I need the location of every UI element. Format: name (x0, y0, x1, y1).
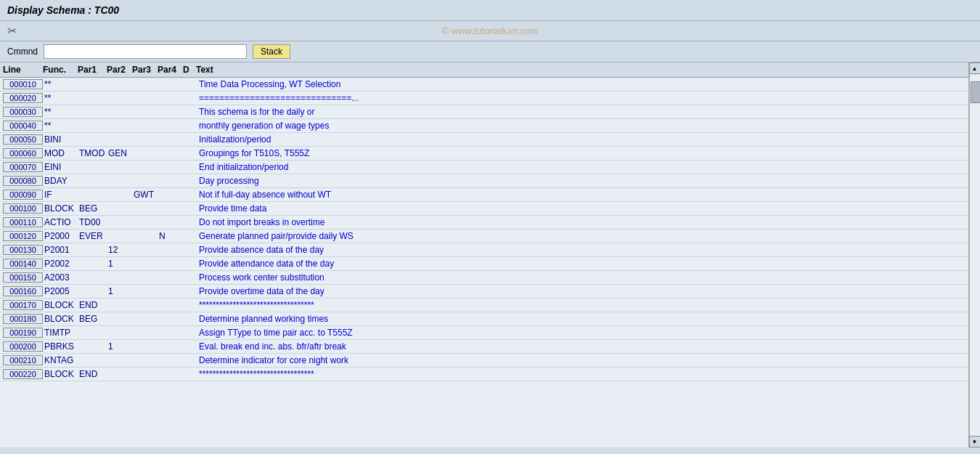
header-line: Line (3, 65, 43, 75)
par1-cell: TD00 (78, 217, 107, 227)
text-cell: Determine planned working times (196, 314, 965, 324)
par1-cell: END (78, 300, 107, 310)
table-row[interactable]: 000220 BLOCK END ***********************… (0, 368, 968, 381)
table-row[interactable]: 000210 KNTAG Determine indicator for cor… (0, 354, 968, 368)
func-cell: P2000 (43, 231, 78, 241)
table-row[interactable]: 000090 IF GWT Not if full-day absence wi… (0, 188, 968, 202)
table-row[interactable]: 000040 ** monthly generation of wage typ… (0, 119, 968, 133)
command-input[interactable] (44, 44, 247, 59)
line-cell[interactable]: 000090 (3, 190, 43, 200)
title-bar: Display Schema : TC00 (0, 0, 980, 21)
table-row[interactable]: 000070 EINI End initialization/period (0, 161, 968, 174)
table-row[interactable]: 000020 ** ==============================… (0, 92, 968, 105)
par1-cell: BEG (78, 203, 107, 214)
text-cell: Do not import breaks in overtime (196, 217, 965, 227)
text-cell: ********************************** (196, 300, 965, 310)
watermark: © www.tutorialkart.com (441, 25, 538, 36)
table-row[interactable]: 000010 ** Time Data Processing, WT Selec… (0, 78, 968, 92)
par2-cell: GEN (107, 148, 132, 158)
line-cell[interactable]: 000140 (3, 259, 43, 269)
par2-cell: 1 (107, 341, 132, 352)
func-cell: BLOCK (43, 203, 78, 214)
func-cell: PBRKS (43, 341, 78, 352)
table-row[interactable]: 000140 P2002 1 Provide attendance data o… (0, 257, 968, 271)
header-par3: Par3 (132, 65, 158, 75)
line-cell[interactable]: 000170 (3, 300, 43, 310)
table-row[interactable]: 000050 BINI Initialization/period (0, 133, 968, 147)
line-cell[interactable]: 000120 (3, 231, 43, 241)
func-cell: BINI (43, 134, 78, 145)
table-row[interactable]: 000030 ** This schema is for the daily o… (0, 105, 968, 119)
line-cell[interactable]: 000060 (3, 148, 43, 158)
text-cell: Process work center substitution (196, 272, 965, 283)
text-cell: This schema is for the daily or (196, 107, 965, 117)
text-cell: Eval. break end inc. abs. bfr/aftr break (196, 341, 965, 352)
main-container: Line Func. Par1 Par2 Par3 Par4 D Text 00… (0, 62, 980, 447)
line-cell[interactable]: 000180 (3, 314, 43, 324)
line-cell[interactable]: 000080 (3, 176, 43, 186)
table-body: 000010 ** Time Data Processing, WT Selec… (0, 78, 968, 381)
line-cell[interactable]: 000030 (3, 107, 43, 117)
table-row[interactable]: 000180 BLOCK BEG Determine planned worki… (0, 312, 968, 326)
line-cell[interactable]: 000220 (3, 369, 43, 379)
text-cell: ==============================... (196, 93, 965, 103)
text-cell: ********************************** (196, 369, 965, 379)
text-cell: Day processing (196, 176, 965, 186)
table-row[interactable]: 000120 P2000 EVER N Generate planned pai… (0, 230, 968, 243)
line-cell[interactable]: 000190 (3, 328, 43, 338)
text-cell: Generate planned pair/provide daily WS (196, 231, 965, 241)
stack-button[interactable]: Stack (253, 44, 290, 59)
table-row[interactable]: 000200 PBRKS 1 Eval. break end inc. abs.… (0, 340, 968, 354)
scroll-track (969, 74, 981, 436)
scissors-icon[interactable]: ✂ (7, 24, 17, 38)
par1-cell: END (78, 369, 107, 379)
line-cell[interactable]: 000070 (3, 162, 43, 172)
line-cell[interactable]: 000210 (3, 355, 43, 365)
line-cell[interactable]: 000010 (3, 79, 43, 89)
table-row[interactable]: 000190 TIMTP Assign TType to time pair a… (0, 326, 968, 340)
line-cell[interactable]: 000040 (3, 121, 43, 131)
table-row[interactable]: 000080 BDAY Day processing (0, 174, 968, 188)
table-row[interactable]: 000100 BLOCK BEG Provide time data (0, 202, 968, 216)
func-cell: ACTIO (43, 217, 78, 227)
func-cell: BLOCK (43, 300, 78, 310)
func-cell: P2001 (43, 245, 78, 255)
text-cell: Determine indicator for core night work (196, 355, 965, 365)
func-cell: ** (43, 107, 78, 117)
scroll-up-arrow[interactable]: ▲ (969, 62, 981, 74)
func-cell: ** (43, 93, 78, 103)
table-row[interactable]: 000160 P2005 1 Provide overtime data of … (0, 285, 968, 299)
text-cell: Groupings for T510S, T555Z (196, 148, 965, 158)
scroll-thumb[interactable] (971, 81, 981, 103)
text-cell: Provide attendance data of the day (196, 259, 965, 269)
line-cell[interactable]: 000200 (3, 341, 43, 352)
scrollbar-right[interactable]: ▲ ▼ (968, 62, 980, 447)
title-text: Display Schema : TC00 (7, 4, 119, 16)
table-row[interactable]: 000170 BLOCK END ***********************… (0, 299, 968, 312)
func-cell: ** (43, 121, 78, 131)
header-par4: Par4 (158, 65, 183, 75)
scroll-down-arrow[interactable]: ▼ (969, 436, 981, 447)
func-cell: A2003 (43, 272, 78, 283)
text-cell: Provide overtime data of the day (196, 286, 965, 296)
line-cell[interactable]: 000130 (3, 245, 43, 255)
par1-cell: TMOD (78, 148, 107, 158)
line-cell[interactable]: 000160 (3, 286, 43, 296)
func-cell: BLOCK (43, 314, 78, 324)
func-cell: BDAY (43, 176, 78, 186)
func-cell: KNTAG (43, 355, 78, 365)
func-cell: BLOCK (43, 369, 78, 379)
header-par1: Par1 (78, 65, 107, 75)
par4-cell: N (158, 231, 183, 241)
line-cell[interactable]: 000020 (3, 93, 43, 103)
line-cell[interactable]: 000110 (3, 217, 43, 227)
table-row[interactable]: 000060 MOD TMOD GEN Groupings for T510S,… (0, 147, 968, 161)
func-cell: ** (43, 79, 78, 89)
table-row[interactable]: 000110 ACTIO TD00 Do not import breaks i… (0, 216, 968, 230)
table-row[interactable]: 000150 A2003 Process work center substit… (0, 271, 968, 285)
table-row[interactable]: 000130 P2001 12 Provide absence data of … (0, 243, 968, 257)
line-cell[interactable]: 000100 (3, 203, 43, 214)
line-cell[interactable]: 000050 (3, 134, 43, 145)
header-par2: Par2 (107, 65, 132, 75)
line-cell[interactable]: 000150 (3, 272, 43, 283)
